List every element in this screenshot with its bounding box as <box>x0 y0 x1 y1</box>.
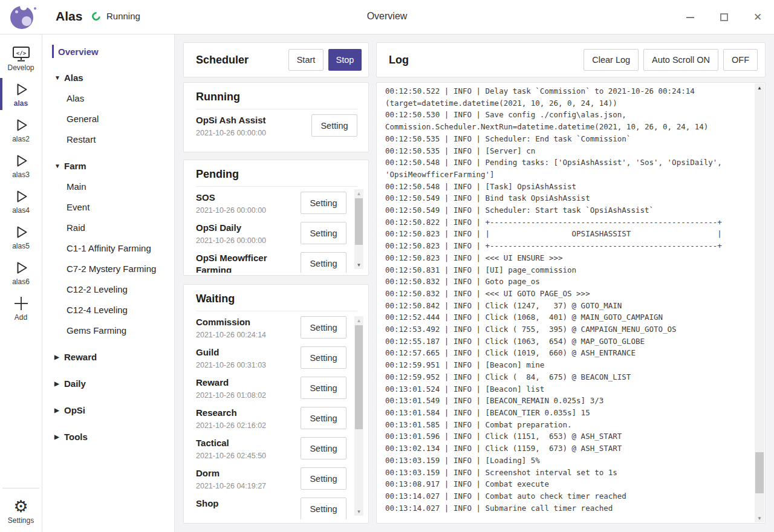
task-next-run-time: 2021-10-26 02:45:50 <box>196 452 266 460</box>
titlebar: Alas Running Overview <box>0 0 774 34</box>
rail-item-add[interactable]: Add <box>0 290 42 326</box>
task-name: Reward <box>196 377 229 389</box>
waiting-scrollbar[interactable]: ▲ ▼ <box>354 316 363 516</box>
task-name: Guild <box>196 346 219 358</box>
nav-group-opsi[interactable]: ▶OpSi <box>42 400 174 420</box>
log-panel: 00:12:50.522 | INFO | Delay task `Commis… <box>376 82 766 524</box>
close-icon[interactable] <box>749 8 767 27</box>
nav-group-label: Tools <box>64 432 88 442</box>
running-panel: Running OpSi Ash Assist2021-10-26 00:00:… <box>183 82 369 152</box>
nav-group-alas[interactable]: ▼Alas <box>42 67 174 88</box>
nav-item-c1-1-affinity-farming[interactable]: C1-1 Affinity Farming <box>42 238 174 258</box>
play-icon <box>13 80 30 99</box>
scrollbar-thumb[interactable] <box>355 325 363 429</box>
scroll-up-icon[interactable]: ▲ <box>354 316 363 325</box>
maximize-icon[interactable] <box>715 8 733 27</box>
nav-group-farm[interactable]: ▼Farm <box>42 155 174 176</box>
rail-item-alas2[interactable]: alas2 <box>0 112 42 148</box>
nav-group-reward[interactable]: ▶Reward <box>42 346 174 367</box>
setting-button[interactable]: Setting <box>301 498 346 519</box>
nav-item-restart[interactable]: Restart <box>42 129 174 149</box>
stop-button[interactable]: Stop <box>328 49 362 71</box>
rail-item-alas6[interactable]: alas6 <box>0 255 42 290</box>
setting-button[interactable]: Setting <box>301 252 346 273</box>
scrollbar-thumb[interactable] <box>355 198 363 245</box>
nav-group-tools[interactable]: ▶Tools <box>42 426 174 447</box>
chevron-right-icon: ▶ <box>54 407 64 414</box>
nav-item-event[interactable]: Event <box>42 196 174 217</box>
rail-item-label: alas <box>14 99 28 108</box>
log-header-panel: Log Clear Log Auto Scroll ON OFF <box>376 42 766 77</box>
main-content: Scheduler Start Stop Running OpSi Ash As… <box>175 34 774 532</box>
nav-item-c12-2-leveling[interactable]: C12-2 Leveling <box>42 279 174 299</box>
rail-item-alas[interactable]: alas <box>0 76 42 112</box>
task-row: ShopSetting <box>184 496 368 519</box>
rail-item-label: alas2 <box>12 135 30 143</box>
nav-item-c7-2-mystery-farming[interactable]: C7-2 Mystery Farming <box>42 258 174 279</box>
setting-button[interactable]: Setting <box>301 346 346 369</box>
setting-button[interactable]: Setting <box>301 192 346 214</box>
log-line: 'OpsiMeowfficerFarming'] <box>385 169 753 181</box>
setting-button[interactable]: Setting <box>301 377 346 399</box>
setting-button[interactable]: Setting <box>301 316 346 339</box>
app-window: Alas Running Overview </>Developalasalas… <box>0 0 774 532</box>
nav-item-overview[interactable]: Overview <box>42 42 174 61</box>
page-title: Overview <box>0 11 774 22</box>
nav-item-gems-farming[interactable]: Gems Farming <box>42 320 174 340</box>
setting-button[interactable]: Setting <box>301 437 346 459</box>
task-next-run-time: 2021-10-26 00:00:00 <box>196 129 266 137</box>
log-line: 00:13:08.917 | INFO | Combat execute <box>385 478 753 490</box>
rail-item-alas4[interactable]: alas4 <box>0 183 42 219</box>
nav-group-label: Farm <box>64 161 86 171</box>
rail-item-alas3[interactable]: alas3 <box>0 148 42 183</box>
setting-button[interactable]: Setting <box>301 467 346 490</box>
waiting-task-list: Commission2021-10-26 00:24:14SettingGuil… <box>184 315 368 519</box>
nav-item-general[interactable]: General <box>42 108 174 129</box>
setting-button[interactable]: Setting <box>301 407 346 429</box>
svg-text:</>: </> <box>16 50 26 56</box>
log-scrollbar[interactable]: ▲ ▼ <box>755 83 764 522</box>
rail-item-alas5[interactable]: alas5 <box>0 219 42 255</box>
log-line: 00:13:02.134 | INFO | Click (1159, 673) … <box>385 443 753 455</box>
clear-log-button[interactable]: Clear Log <box>584 49 639 71</box>
running-title: Running <box>196 91 356 103</box>
nav-item-main[interactable]: Main <box>42 176 174 196</box>
nav-group-daily[interactable]: ▶Daily <box>42 373 174 394</box>
scroll-down-icon[interactable]: ▼ <box>755 514 764 522</box>
pending-scrollbar[interactable]: ▲ ▼ <box>354 189 363 269</box>
autoscroll-off-button[interactable]: OFF <box>723 49 758 71</box>
setting-button[interactable]: Setting <box>311 114 357 137</box>
task-name: Dorm <box>196 467 220 479</box>
log-line: 00:12:50.530 | INFO | Save config ./conf… <box>385 109 753 121</box>
log-line: 00:13:01.584 | INFO | [BEACON_TIER 0.035… <box>385 407 753 419</box>
rail-item-develop[interactable]: </>Develop <box>0 41 42 76</box>
icon-rail-items: </>Developalasalas2alas3alas4alas5alas6A… <box>0 41 42 326</box>
start-button[interactable]: Start <box>288 49 324 71</box>
log-line: 00:13:03.159 | INFO | [Loading] 5% <box>385 455 753 467</box>
scroll-up-icon[interactable]: ▲ <box>755 83 764 92</box>
nav-item-alas[interactable]: Alas <box>42 88 174 108</box>
log-output[interactable]: 00:12:50.522 | INFO | Delay task `Commis… <box>385 85 753 522</box>
scroll-up-icon[interactable]: ▲ <box>354 189 363 198</box>
sidebar-item-settings[interactable]: Settings <box>0 493 42 528</box>
scrollbar-thumb[interactable] <box>755 452 764 493</box>
nav-item-c12-4-leveling[interactable]: C12-4 Leveling <box>42 299 174 320</box>
setting-button[interactable]: Setting <box>301 222 346 244</box>
scroll-down-icon[interactable]: ▼ <box>354 507 363 516</box>
pending-title: Pending <box>196 168 356 181</box>
task-next-run-time: 2021-10-26 00:00:00 <box>196 206 266 215</box>
chevron-right-icon: ▶ <box>54 380 64 387</box>
rail-item-label: Add <box>15 313 27 322</box>
minimize-icon[interactable] <box>681 8 699 27</box>
task-name: Research <box>196 407 237 419</box>
play-icon <box>13 187 30 206</box>
task-row: OpSi Daily2021-10-26 00:00:00Setting <box>184 221 368 251</box>
scroll-down-icon[interactable]: ▼ <box>354 261 363 269</box>
waiting-title: Waiting <box>196 293 356 305</box>
task-next-run-time: 2021-10-26 01:08:02 <box>196 391 266 400</box>
task-next-run-time: 2021-10-26 04:19:27 <box>196 482 266 490</box>
log-line: 00:12:53.492 | INFO | Click ( 755, 395) … <box>385 323 753 336</box>
nav-item-raid[interactable]: Raid <box>42 217 174 238</box>
autoscroll-button[interactable]: Auto Scroll ON <box>643 49 718 71</box>
play-icon <box>13 223 30 241</box>
